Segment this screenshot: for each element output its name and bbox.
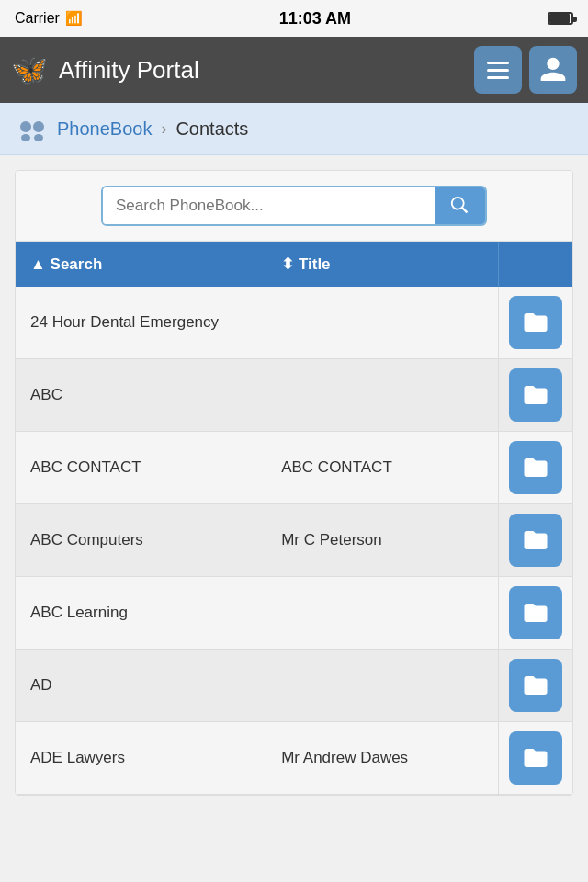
cell-title: ABC CONTACT [266,432,499,504]
search-button[interactable] [435,187,485,224]
user-icon [538,55,568,85]
col-header-title[interactable]: ⬍ Title [266,242,499,287]
folder-icon [522,672,549,699]
breadcrumb-phonebook-link[interactable]: PhoneBook [57,119,152,140]
search-input[interactable] [103,187,435,224]
table-row: AD [16,650,572,722]
group-icon [17,116,48,141]
status-time: 11:03 AM [279,9,351,28]
cell-action [498,287,572,359]
open-folder-button[interactable] [509,296,562,349]
cell-action [498,504,572,577]
phonebook-card: ▲ Search ⬍ Title 24 Hour Dental Emergenc… [15,170,573,796]
butterfly-icon: 🦋 [11,52,48,87]
table-row: ADE LawyersMr Andrew Dawes [16,722,572,795]
cell-search: ADE Lawyers [16,722,266,795]
table-header-row: ▲ Search ⬍ Title [16,242,572,287]
open-folder-button[interactable] [509,586,562,639]
col-header-search[interactable]: ▲ Search [16,242,266,287]
app-title: Affinity Portal [59,56,199,85]
cell-action [498,432,572,504]
open-folder-button[interactable] [509,514,562,567]
profile-button[interactable] [529,46,577,94]
carrier-label: Carrier [15,10,60,27]
menu-button[interactable] [474,46,522,94]
cell-title [266,287,499,359]
wifi-icon: 📶 [65,10,83,27]
breadcrumb-current: Contacts [175,119,248,140]
cell-action [498,650,572,722]
col-header-action [498,242,572,287]
table-row: 24 Hour Dental Emergency [16,287,572,359]
search-input-wrap [101,186,487,226]
sort-icon-search: ▲ [30,255,51,273]
svg-point-3 [34,134,43,141]
cell-title: Mr C Peterson [266,504,499,577]
status-bar: Carrier 📶 11:03 AM [0,0,588,37]
phonebook-table: ▲ Search ⬍ Title 24 Hour Dental Emergenc… [16,242,572,795]
app-header: 🦋 Affinity Portal [0,37,588,103]
header-buttons [474,46,577,94]
logo-area: 🦋 Affinity Portal [11,52,199,87]
open-folder-button[interactable] [509,368,562,422]
cell-search: ABC Learning [16,577,266,650]
main-content: ▲ Search ⬍ Title 24 Hour Dental Emergenc… [0,155,588,810]
table-row: ABC [16,359,572,432]
folder-icon [522,309,549,336]
svg-point-1 [33,121,44,132]
hamburger-icon [487,62,509,79]
cell-search: ABC Computers [16,504,266,577]
folder-icon [522,744,549,772]
cell-action [498,577,572,650]
cell-title [266,577,499,650]
cell-search: 24 Hour Dental Emergency [16,287,266,359]
table-body: 24 Hour Dental EmergencyABCABC CONTACTAB… [16,287,572,795]
table-row: ABC ComputersMr C Peterson [16,504,572,577]
breadcrumb: PhoneBook › Contacts [0,103,588,155]
cell-title [266,359,499,432]
open-folder-button[interactable] [509,731,562,785]
open-folder-button[interactable] [509,659,562,712]
cell-title: Mr Andrew Dawes [266,722,499,795]
sort-icon-title: ⬍ [281,255,299,273]
open-folder-button[interactable] [509,441,562,494]
svg-point-2 [21,134,30,141]
battery-indicator [548,12,573,25]
breadcrumb-separator: › [161,119,166,139]
search-icon [450,196,470,216]
table-row: ABC CONTACTABC CONTACT [16,432,572,504]
folder-icon [522,454,549,481]
cell-action [498,359,572,432]
battery-icon [548,12,573,25]
carrier-info: Carrier 📶 [15,10,83,27]
folder-icon [522,526,549,554]
table-row: ABC Learning [16,577,572,650]
cell-search: ABC [16,359,266,432]
cell-search: ABC CONTACT [16,432,266,504]
cell-action [498,722,572,795]
folder-icon [522,599,549,627]
svg-point-0 [20,121,31,132]
cell-search: AD [16,650,266,722]
search-area [16,171,572,242]
cell-title [266,650,499,722]
folder-icon [522,381,549,409]
